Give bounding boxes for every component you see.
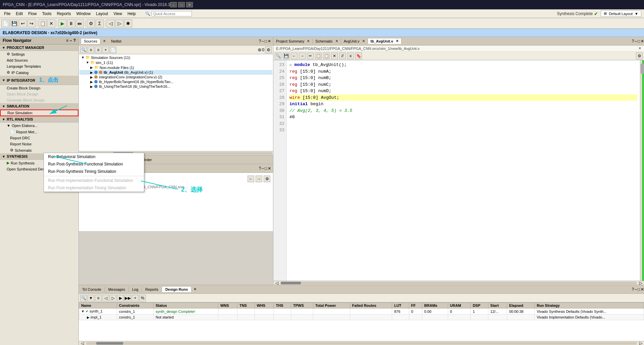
editor-horizontal-scrollbar[interactable]: ◁ ▷ <box>273 281 644 285</box>
minimize-icon[interactable]: – <box>635 39 637 44</box>
ip-integrator-header[interactable]: ▼ IP INTEGRATOR 1、点击 <box>0 76 78 85</box>
rtl-analysis-header[interactable]: ▼ RTL ANALYSIS <box>0 116 78 123</box>
tree-sim1[interactable]: ▼ 📁 sim_1 (11) <box>79 60 272 65</box>
settings-props-button[interactable]: ⚙ <box>264 176 270 182</box>
align-button[interactable]: ≡ <box>347 53 354 59</box>
pin-icon[interactable]: ≡ <box>66 38 68 43</box>
nav-ip-catalog[interactable]: ⚙ IP Catalog <box>0 69 78 76</box>
tab-reports[interactable]: Reports <box>142 287 162 292</box>
nav-open-block-design[interactable]: Open Block Design <box>0 91 78 97</box>
menu-window[interactable]: Window <box>73 11 93 17</box>
tab-log[interactable]: Log <box>129 287 142 292</box>
next-button[interactable]: → <box>256 176 262 182</box>
settings-editor-button[interactable]: ⚙ <box>636 53 643 59</box>
minimize-button[interactable]: – <box>170 2 177 7</box>
code-editor[interactable]: 23 24 25 26 27 28 29 30 31 32 33 <box>273 60 640 281</box>
netlist-tab[interactable]: Netlist <box>108 39 124 44</box>
close-tab-icon[interactable]: ✕ <box>362 39 365 43</box>
close-panel-icon[interactable]: ✕ <box>268 39 271 44</box>
menu-file[interactable]: File <box>1 11 13 17</box>
close-tab-icon[interactable]: ✕ <box>396 39 398 43</box>
collapse-all-button[interactable]: ≡ <box>88 47 94 53</box>
delete-code-button[interactable]: ✕ <box>331 53 338 59</box>
help-icon[interactable]: ? <box>259 166 261 171</box>
nav-generate-block-design[interactable]: Generate Block Design <box>0 97 78 103</box>
nav-report-noise[interactable]: Report Noise <box>0 141 78 147</box>
add-source-button[interactable]: + <box>102 47 109 53</box>
scrollbar-handle[interactable] <box>96 342 123 345</box>
menu-tools[interactable]: Tools <box>39 11 54 17</box>
copy-code-button[interactable]: 📋 <box>315 53 322 59</box>
new-button[interactable]: 📄 <box>1 19 9 27</box>
close-file-icon[interactable]: ✕ <box>638 46 641 51</box>
menu-view[interactable]: View <box>111 11 125 17</box>
close-icon[interactable]: ✕ <box>268 166 271 171</box>
tree-usingtanh[interactable]: ▶ tb_UsingTheTanh16 (tb_UsingTheTanh16..… <box>79 84 272 89</box>
scroll-left-button[interactable]: ◁ <box>79 341 86 345</box>
prev-button[interactable]: ← <box>248 176 254 182</box>
table-row[interactable]: ▶ impl_1 constrs_1 Not started <box>79 315 644 320</box>
close-sources-icon[interactable]: ✕ <box>103 39 106 43</box>
close-tab-icon[interactable]: ✕ <box>335 39 338 43</box>
menu-edit[interactable]: Edit <box>13 11 25 17</box>
expand-button[interactable]: ≡ <box>95 295 102 301</box>
tree-hyperbolic[interactable]: ▶ tb_HyperBolicTangent16 (tb_HyperBolicT… <box>79 79 272 84</box>
nav-back-button[interactable]: ← <box>291 53 298 59</box>
sigma-button[interactable]: Σ <box>96 19 104 27</box>
delete-button[interactable]: ✕ <box>47 19 55 27</box>
save-file-button[interactable]: 💾 <box>283 53 289 59</box>
close-tab-icon[interactable]: ✕ <box>307 39 310 43</box>
close-bottom-tab-icon[interactable]: ✕ <box>192 287 199 291</box>
nav-open-elaborated[interactable]: ▼ Open Elabora... <box>0 123 78 129</box>
undo-button[interactable]: ↩ <box>19 19 27 27</box>
project-manager-header[interactable]: ▼ PROJECT MANAGER <box>0 45 78 51</box>
close-button[interactable]: ✕ <box>186 2 193 7</box>
scroll-thumb[interactable] <box>641 64 644 74</box>
tab-project-summary[interactable]: Project Summary ✕ <box>273 39 313 44</box>
tab-avgunit[interactable]: AvgUnit.v ✕ <box>341 39 368 44</box>
tab-tb-avgunit[interactable]: tb_AvgUnit.v ✕ <box>368 39 401 44</box>
tree-nonmodule[interactable]: ▶ 📁 Non-module Files (1) <box>79 65 272 70</box>
tab-schematic[interactable]: Schematic ✕ <box>313 39 341 44</box>
sources-tab[interactable]: Sources <box>81 38 100 44</box>
tree-integrationconv[interactable]: ▶ integrationConv (integrationConv.v) (2… <box>79 75 272 79</box>
tree-tb-avgunit[interactable]: ▶ tb_AvgUnit (tb_AvgUnit.v) (1) <box>79 70 272 75</box>
search-code-button[interactable]: 🔍 <box>275 53 281 59</box>
search-runs-button[interactable]: 🔍 <box>80 295 87 301</box>
filter-button[interactable]: ▼ <box>88 295 94 301</box>
search-nav-icon[interactable]: – <box>70 38 72 43</box>
maximize-button[interactable]: □ <box>178 2 185 7</box>
nav-run-simulation[interactable]: Run Simulation <box>0 110 78 116</box>
add-run-button[interactable]: + <box>132 295 139 301</box>
pin-right-button[interactable]: ▷ <box>115 19 123 27</box>
copy-button[interactable]: 📋 <box>39 19 47 27</box>
tree-sim-sources[interactable]: ▼ 📁 Simulation Sources (11) <box>79 55 272 60</box>
nav-language-templates[interactable]: Language Templates <box>0 63 78 69</box>
maximize-icon[interactable]: □ <box>638 39 640 44</box>
search-sources-button[interactable]: 🔍 <box>80 47 87 53</box>
prev-run-button[interactable]: ◁ <box>102 295 109 301</box>
help-icon[interactable]: ? <box>632 39 634 44</box>
nav-create-block-design[interactable]: Create Block Design <box>0 85 78 91</box>
run-post-synth-timing-sim[interactable]: Run Post-Synthesis Timing Simulation <box>44 168 144 175</box>
scroll-right-button[interactable]: ▷ <box>637 341 644 345</box>
close-nav-icon[interactable]: ? <box>73 38 76 43</box>
run-all-button[interactable]: ▶▶ <box>124 295 131 301</box>
run-post-synth-functional-sim[interactable]: Run Post-Synthesis Functional Simulation <box>44 160 144 168</box>
redo-button[interactable]: ↪ <box>28 19 36 27</box>
menu-help[interactable]: Help <box>125 11 139 17</box>
pin-left-button[interactable]: ◁ <box>107 19 115 27</box>
simulation-header[interactable]: ▼ SIMULATION <box>0 103 78 110</box>
tab-messages[interactable]: Messages <box>105 287 129 292</box>
settings-button[interactable]: ⚙ <box>87 19 95 27</box>
file-button[interactable]: 📄 <box>110 47 116 53</box>
nav-report-drc[interactable]: Report DRC <box>0 135 78 141</box>
menu-reports[interactable]: Reports <box>54 11 73 17</box>
layout-dropdown[interactable]: ⊞ Default Layout ▼ <box>601 10 641 17</box>
close-icon[interactable]: ✕ <box>641 39 644 44</box>
run-selected-button[interactable]: ▶ <box>117 295 124 301</box>
nav-forward-button[interactable]: → <box>299 53 306 59</box>
minimize-panel-icon[interactable]: – <box>262 39 264 44</box>
help-icon[interactable]: ? <box>632 287 634 292</box>
close-icon[interactable]: ✕ <box>641 287 644 292</box>
